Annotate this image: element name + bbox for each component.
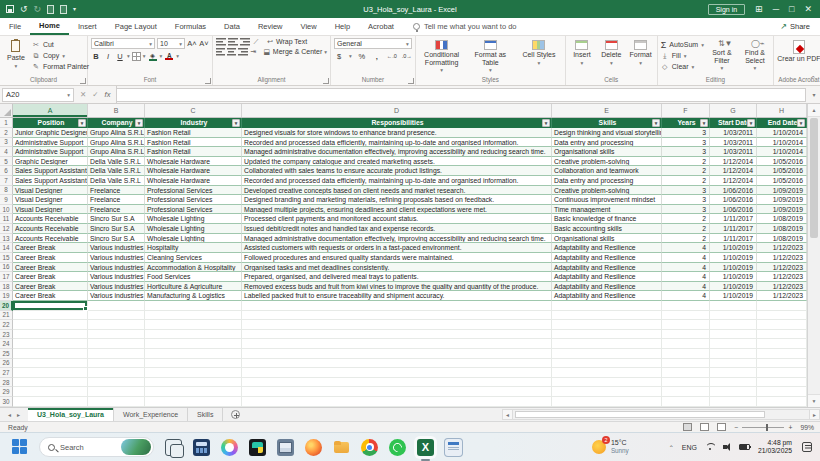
find-select-button[interactable]: ◯⌁ Find & Select▾	[740, 38, 770, 71]
align-middle-icon[interactable]	[228, 38, 238, 46]
file-explorer-icon[interactable]	[333, 439, 350, 456]
zoom-in-icon[interactable]: +	[788, 424, 792, 431]
cell-E12[interactable]: Basic accounting skills	[552, 224, 662, 234]
cell-C18[interactable]: Horticulture & Agriculture	[145, 282, 242, 292]
cell-B13[interactable]: Sincro Sur S.A	[88, 234, 145, 244]
cell-F13[interactable]: 2	[662, 234, 710, 244]
cell-F6[interactable]: 2	[662, 166, 710, 176]
cell-G30[interactable]	[710, 397, 757, 407]
cell-B11[interactable]: Sincro Sur S.A	[88, 214, 145, 224]
vertical-scrollbar[interactable]: ▲ ▼	[807, 104, 820, 407]
clipboard-dialog-launcher[interactable]	[80, 78, 86, 84]
number-format-select[interactable]: General▾	[334, 38, 412, 49]
row-header-7[interactable]: 7	[0, 176, 13, 186]
redo-icon[interactable]: ↻	[34, 5, 42, 14]
cell-F29[interactable]	[662, 387, 710, 397]
cell-E22[interactable]	[552, 320, 662, 330]
cell-G19[interactable]: 1/10/2019	[710, 291, 757, 301]
font-color-button[interactable]: A	[164, 51, 174, 61]
cell-F14[interactable]: 4	[662, 243, 710, 253]
cell-F24[interactable]	[662, 339, 710, 349]
table-header-cell-E1[interactable]: Skills▾	[552, 118, 662, 128]
cell-D22[interactable]	[242, 320, 552, 330]
cell-F16[interactable]: 4	[662, 263, 710, 273]
volume-icon[interactable]	[723, 443, 731, 451]
align-bottom-icon[interactable]	[240, 38, 250, 46]
cell-H10[interactable]: 1/09/2019	[757, 205, 807, 215]
cell-G4[interactable]: 1/03/2011	[710, 147, 757, 157]
row-header-29[interactable]: 29	[0, 387, 13, 397]
cell-B18[interactable]: Various industries	[88, 282, 145, 292]
filter-button[interactable]: ▾	[747, 119, 755, 127]
comma-style-button[interactable]: ,	[372, 51, 382, 61]
conditional-formatting-button[interactable]: Conditional Formatting▾	[419, 38, 465, 73]
row-header-21[interactable]: 21	[0, 311, 13, 321]
cell-H25[interactable]	[757, 349, 807, 359]
cell-A3[interactable]: Administrative Support	[13, 138, 88, 148]
ribbon-options-icon[interactable]: ⊞	[755, 4, 763, 14]
delete-cells-button[interactable]: Delete▾	[598, 38, 624, 66]
filter-button[interactable]: ▾	[652, 119, 660, 127]
menu-tab-page-layout[interactable]: Page Layout	[106, 18, 166, 35]
scroll-left-icon[interactable]: ◄	[502, 409, 513, 420]
cell-H5[interactable]: 1/05/2016	[757, 157, 807, 167]
table-header-cell-A1[interactable]: Position▾	[13, 118, 88, 128]
cell-H29[interactable]	[757, 387, 807, 397]
cell-H30[interactable]	[757, 397, 807, 407]
create-pdf-button[interactable]: Crear un PDF	[777, 38, 820, 63]
share-button[interactable]: ↗ Share	[780, 18, 820, 35]
cell-A23[interactable]	[13, 330, 88, 340]
row-header-28[interactable]: 28	[0, 378, 13, 388]
cell-C9[interactable]: Professional Services	[145, 195, 242, 205]
cell-styles-button[interactable]: Cell Styles▾	[516, 38, 562, 66]
cell-H27[interactable]	[757, 368, 807, 378]
cell-D29[interactable]	[242, 387, 552, 397]
cell-F30[interactable]	[662, 397, 710, 407]
borders-icon[interactable]	[132, 52, 141, 61]
cell-H15[interactable]: 1/12/2023	[757, 253, 807, 263]
decrease-font-icon[interactable]: A˅	[199, 39, 209, 49]
cell-H11[interactable]: 1/08/2019	[757, 214, 807, 224]
cell-C19[interactable]: Manufacturing & Logistics	[145, 291, 242, 301]
maximize-button[interactable]: □	[789, 4, 794, 14]
copilot-icon[interactable]	[221, 439, 238, 456]
menu-tab-data[interactable]: Data	[215, 18, 249, 35]
cell-G21[interactable]	[710, 311, 757, 321]
cell-G7[interactable]: 1/12/2014	[710, 176, 757, 186]
row-header-5[interactable]: 5	[0, 157, 13, 167]
cell-B21[interactable]	[88, 311, 145, 321]
formula-input[interactable]	[117, 88, 806, 102]
cell-A17[interactable]: Career Break	[13, 272, 88, 282]
sheet-tab-work_experience[interactable]: Work_Experience	[114, 408, 188, 421]
cell-E25[interactable]	[552, 349, 662, 359]
cell-A14[interactable]: Career Break	[13, 243, 88, 253]
cell-H3[interactable]: 1/10/2014	[757, 138, 807, 148]
cell-E20[interactable]	[552, 301, 662, 311]
cell-D30[interactable]	[242, 397, 552, 407]
orientation-icon[interactable]: ⟋	[252, 38, 260, 46]
alignment-dialog-launcher[interactable]	[323, 78, 329, 84]
cell-E8[interactable]: Creative problem-solving	[552, 186, 662, 196]
scroll-down-icon[interactable]: ▼	[808, 394, 820, 407]
cell-E29[interactable]	[552, 387, 662, 397]
cell-C12[interactable]: Wholesale Lighting	[145, 224, 242, 234]
cell-H22[interactable]	[757, 320, 807, 330]
cell-F2[interactable]: 3	[662, 128, 710, 138]
qat-doc-icon-2[interactable]	[60, 5, 67, 14]
cell-A24[interactable]	[13, 339, 88, 349]
filter-button[interactable]: ▾	[700, 119, 708, 127]
row-header-4[interactable]: 4	[0, 147, 13, 157]
number-dialog-launcher[interactable]	[408, 78, 414, 84]
cell-F15[interactable]: 4	[662, 253, 710, 263]
cell-G9[interactable]: 1/06/2016	[710, 195, 757, 205]
scroll-right-icon[interactable]: ►	[809, 409, 820, 420]
notification-center-icon[interactable]	[802, 442, 812, 452]
dev-app-icon[interactable]	[249, 439, 266, 456]
search-box[interactable]: Search	[39, 437, 154, 457]
cell-G27[interactable]	[710, 368, 757, 378]
row-header-11[interactable]: 11	[0, 214, 13, 224]
cell-A6[interactable]: Sales Support Assistant	[13, 166, 88, 176]
cell-E27[interactable]	[552, 368, 662, 378]
cell-G11[interactable]: 1/11/2017	[710, 214, 757, 224]
cell-E17[interactable]: Adaptability and Resilience	[552, 272, 662, 282]
